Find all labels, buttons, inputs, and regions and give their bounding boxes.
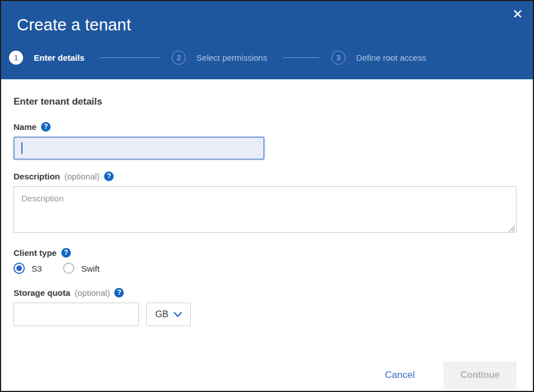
radio-option-s3[interactable]: S3 [14, 263, 42, 274]
description-label: Description [14, 172, 60, 181]
step-connector [100, 57, 159, 58]
section-heading: Enter tenant details [14, 96, 517, 107]
create-tenant-modal: ✕ Create a tenant 1 Enter details 2 Sele… [0, 0, 534, 392]
step-define-root-access[interactable]: 3 Define root access [331, 51, 426, 65]
modal-footer: Cancel Continue [1, 362, 533, 389]
text-cursor [21, 142, 23, 154]
step-2-label: Select permissions [196, 53, 267, 62]
continue-button[interactable]: Continue [443, 362, 517, 389]
step-select-permissions[interactable]: 2 Select permissions [172, 51, 267, 65]
unit-select[interactable]: GB [146, 303, 191, 326]
modal-title: Create a tenant [17, 15, 517, 35]
help-icon[interactable]: ? [61, 248, 71, 258]
radio-s3-label: S3 [32, 264, 42, 273]
name-input[interactable] [14, 137, 264, 160]
name-label: Name [14, 122, 37, 132]
radio-option-swift[interactable]: Swift [63, 263, 100, 274]
unit-select-value: GB [155, 309, 168, 319]
step-3-label: Define root access [356, 53, 426, 62]
name-field-group: Name ? [14, 121, 517, 160]
description-textarea[interactable] [14, 186, 517, 233]
step-2-circle: 2 [172, 51, 186, 65]
help-icon[interactable]: ? [114, 288, 124, 298]
radio-selected-icon[interactable] [14, 263, 25, 274]
modal-header: ✕ Create a tenant 1 Enter details 2 Sele… [1, 1, 533, 79]
wizard-stepper: 1 Enter details 2 Select permissions 3 D… [9, 51, 517, 65]
radio-swift-label: Swift [81, 264, 100, 273]
client-type-radio-group: S3 Swift [14, 262, 517, 275]
help-icon[interactable]: ? [41, 122, 51, 132]
step-1-label: Enter details [34, 53, 84, 62]
storage-quota-label: Storage quota [14, 288, 70, 298]
storage-quota-input[interactable] [14, 303, 139, 326]
help-icon[interactable]: ? [104, 172, 114, 181]
step-enter-details[interactable]: 1 Enter details [9, 51, 84, 65]
close-icon[interactable]: ✕ [509, 6, 526, 22]
step-1-circle: 1 [9, 51, 23, 65]
step-connector [283, 57, 319, 58]
step-3-circle: 3 [331, 51, 345, 65]
client-type-label: Client type [14, 248, 57, 258]
chevron-down-icon [174, 312, 182, 317]
description-optional-suffix: (optional) [65, 172, 100, 181]
description-field-group: Description (optional) ? [14, 170, 517, 235]
storage-quota-optional-suffix: (optional) [75, 288, 110, 298]
storage-quota-field-group: Storage quota (optional) ? GB [14, 287, 517, 326]
cancel-button[interactable]: Cancel [385, 370, 415, 381]
modal-body: Enter tenant details Name ? Description … [1, 96, 533, 326]
radio-unselected-icon[interactable] [63, 263, 74, 274]
client-type-field-group: Client type ? S3 Swift [14, 247, 517, 275]
